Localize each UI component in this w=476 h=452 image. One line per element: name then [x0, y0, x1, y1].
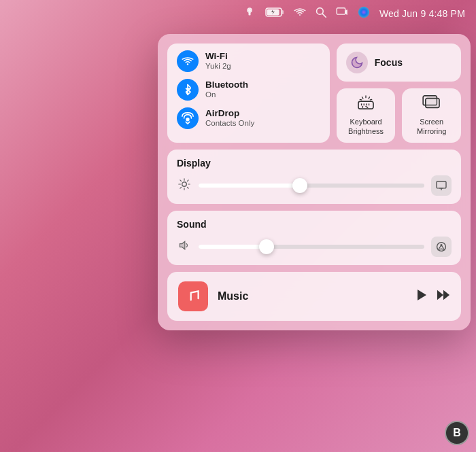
password-icon[interactable] [243, 6, 256, 21]
svg-rect-5 [282, 10, 284, 14]
wifi-item[interactable]: Wi-Fi Yuki 2g [177, 50, 320, 72]
keyboard-brightness-icon [357, 95, 375, 114]
screen-record-icon[interactable] [336, 7, 348, 20]
bluetooth-sub: On [205, 90, 248, 100]
volume-icon [177, 239, 192, 254]
play-button[interactable] [416, 289, 427, 305]
svg-line-34 [188, 180, 189, 181]
svg-point-9 [358, 7, 369, 18]
focus-label: Focus [375, 57, 403, 68]
airdrop-name: AirDrop [205, 108, 254, 119]
menubar: Wed Jun 9 4:48 PM [0, 0, 476, 27]
wifi-name: Wi-Fi [205, 51, 231, 62]
right-column: Focus [337, 44, 461, 143]
svg-line-33 [180, 188, 182, 189]
music-tile[interactable]: Music [167, 272, 461, 321]
display-slider-row [177, 175, 452, 196]
wifi-menubar-icon[interactable] [294, 7, 306, 20]
menubar-datetime: Wed Jun 9 4:48 PM [379, 8, 465, 19]
sound-tile: Sound [167, 211, 461, 265]
svg-point-2 [248, 9, 252, 12]
wifi-text: Wi-Fi Yuki 2g [205, 51, 231, 71]
svg-rect-25 [426, 99, 439, 108]
screen-mirroring-tile[interactable]: ScreenMirroring [402, 88, 461, 143]
bluetooth-item[interactable]: Bluetooth On [177, 79, 320, 101]
svg-rect-35 [437, 181, 446, 188]
spotlight-icon[interactable] [316, 7, 326, 20]
airdrop-sub: Contacts Only [205, 119, 254, 128]
svg-point-39 [440, 244, 442, 246]
airdrop-text: AirDrop Contacts Only [205, 108, 254, 128]
airdrop-item[interactable]: AirDrop Contacts Only [177, 107, 320, 129]
airdrop-icon [182, 112, 194, 124]
svg-line-32 [188, 188, 189, 189]
sound-slider-row [177, 237, 452, 257]
battery-icon[interactable] [265, 7, 284, 20]
focus-moon-icon [350, 56, 364, 69]
svg-line-20 [362, 97, 363, 99]
network-tile: Wi-Fi Yuki 2g Bluetooth On [167, 44, 330, 143]
svg-point-26 [182, 182, 187, 187]
svg-point-6 [316, 8, 323, 15]
focus-icon-wrap [346, 52, 368, 73]
wifi-icon [182, 55, 194, 67]
music-label: Music [218, 290, 407, 302]
bluetooth-name: Bluetooth [205, 80, 248, 90]
top-row: Wi-Fi Yuki 2g Bluetooth On [167, 44, 461, 143]
bluetooth-icon-wrap [177, 79, 199, 101]
display-end-icon[interactable] [431, 175, 452, 196]
svg-point-11 [186, 118, 189, 121]
display-title: Display [177, 158, 452, 169]
keyboard-brightness-svg [357, 95, 375, 110]
screen-mirroring-svg [422, 95, 441, 110]
svg-rect-12 [358, 101, 373, 109]
svg-rect-1 [248, 12, 250, 16]
svg-line-21 [369, 97, 369, 99]
avatar[interactable]: B [445, 421, 469, 445]
sound-title: Sound [177, 219, 452, 230]
bluetooth-text: Bluetooth On [205, 80, 248, 100]
wifi-sub: Yuki 2g [205, 62, 231, 71]
menubar-icons [243, 6, 370, 21]
svg-line-31 [180, 180, 182, 181]
keyboard-brightness-label: KeyboardBrightness [348, 118, 384, 135]
control-center-panel: Wi-Fi Yuki 2g Bluetooth On [158, 34, 471, 330]
music-app-icon [178, 281, 208, 311]
svg-line-18 [366, 107, 368, 108]
skip-forward-button[interactable] [437, 289, 450, 305]
music-controls [416, 289, 450, 305]
display-tile: Display [167, 150, 461, 204]
svg-line-7 [322, 14, 326, 17]
keyboard-brightness-tile[interactable]: KeyboardBrightness [337, 88, 396, 143]
music-note-icon [184, 288, 202, 305]
bottom-right-row: KeyboardBrightness ScreenMirroring [337, 88, 461, 143]
svg-rect-8 [337, 8, 345, 14]
focus-tile[interactable]: Focus [337, 44, 461, 82]
svg-point-10 [187, 63, 188, 65]
display-slider[interactable] [199, 184, 424, 188]
screen-mirroring-icon [422, 95, 441, 114]
brightness-icon [177, 178, 192, 193]
screen-mirroring-label: ScreenMirroring [417, 118, 446, 135]
airdrop-icon-wrap [177, 107, 199, 129]
airplay-icon[interactable] [431, 237, 452, 257]
bluetooth-icon [182, 84, 194, 96]
sound-slider[interactable] [199, 245, 424, 249]
wifi-icon-wrap [177, 50, 199, 72]
siri-icon[interactable] [358, 6, 370, 21]
